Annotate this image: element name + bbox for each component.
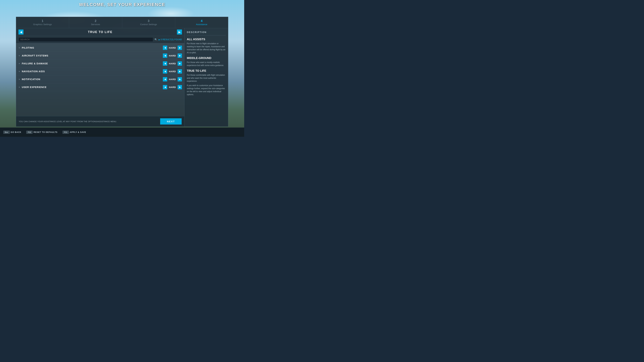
category-row-piloting[interactable]: ▼ PILOTING ◀ HARD ▶	[16, 44, 184, 52]
category-controls-aircraft-systems: ◀ HARD ▶	[163, 53, 182, 58]
category-value-failure-damage: HARD	[168, 62, 176, 65]
left-panel: ◀ TRUE TO LIFE ▶ 🔍 0 RESULT(S) FOUND ▼ P…	[16, 28, 184, 126]
category-value-aircraft-systems: HARD	[168, 54, 176, 57]
category-list: ▼ PILOTING ◀ HARD ▶ ▼ AIRCRAFT SYSTEMS ◀…	[16, 43, 184, 116]
category-prev-piloting[interactable]: ◀	[163, 45, 167, 50]
expand-icon-notification: ▼	[18, 78, 20, 80]
category-next-failure-damage[interactable]: ▶	[178, 61, 182, 66]
esc-key: Esc	[3, 131, 10, 134]
category-prev-user-experience[interactable]: ◀	[163, 85, 167, 89]
step-3-number: 3	[124, 19, 174, 23]
content-area: ◀ TRUE TO LIFE ▶ 🔍 0 RESULT(S) FOUND ▼ P…	[16, 28, 228, 126]
step-1-number: 1	[18, 19, 67, 23]
category-controls-piloting: ◀ HARD ▶	[163, 45, 182, 50]
search-icon: 🔍	[154, 38, 157, 41]
desc-true-to-life-title: TRUE TO LIFE	[187, 69, 226, 72]
category-name-failure-damage: FAILURE & DAMAGE	[22, 62, 163, 65]
reset-defaults-button[interactable]: F12 RESET TO DEFAULTS	[26, 131, 58, 134]
category-next-aircraft-systems[interactable]: ▶	[178, 53, 182, 58]
category-prev-notification[interactable]: ◀	[163, 77, 167, 81]
step-2-number: 2	[71, 19, 120, 23]
desc-all-assists-text: For those new to flight simulation or wa…	[187, 42, 226, 54]
step-control-settings[interactable]: 3 Control Settings	[122, 17, 175, 28]
step-services[interactable]: 2 Services	[69, 17, 122, 28]
step-2-label: Services	[71, 23, 120, 26]
step-graphics-settings[interactable]: 1 Graphics Settings	[16, 17, 69, 28]
search-input[interactable]	[18, 37, 153, 42]
expand-icon-aircraft-systems: ▼	[18, 55, 20, 57]
description-title: DESCRIPTION	[187, 31, 226, 35]
step-assistance[interactable]: 4 Assistance	[175, 17, 228, 28]
category-prev-navigation-aids[interactable]: ◀	[163, 69, 167, 73]
category-controls-notification: ◀ HARD ▶	[163, 77, 182, 81]
category-name-navigation-aids: NAVIGATION AIDS	[22, 70, 163, 73]
page-title: WELCOME, SET YOUR EXPERIENCE	[0, 2, 244, 7]
right-panel-description: DESCRIPTION ALL ASSISTS For those new to…	[184, 28, 228, 126]
step-1-label: Graphics Settings	[18, 23, 67, 26]
step-3-label: Control Settings	[124, 23, 174, 26]
apply-save-label: APPLY & SAVE	[70, 131, 86, 133]
category-prev-failure-damage[interactable]: ◀	[163, 61, 167, 66]
apply-save-button[interactable]: F11 APPLY & SAVE	[62, 131, 86, 134]
expand-icon-navigation-aids: ▼	[18, 70, 20, 72]
category-prev-aircraft-systems[interactable]: ◀	[163, 53, 167, 58]
go-back-label: GO BACK	[11, 131, 22, 133]
step-4-label: Assistance	[177, 23, 226, 26]
mode-header: ◀ TRUE TO LIFE ▶	[16, 28, 184, 36]
desc-customize-text: If you wish to customize your Assistance…	[187, 84, 226, 96]
category-name-aircraft-systems: AIRCRAFT SYSTEMS	[22, 54, 163, 57]
mode-next-button[interactable]: ▶	[177, 29, 182, 34]
category-row-aircraft-systems[interactable]: ▼ AIRCRAFT SYSTEMS ◀ HARD ▶	[16, 52, 184, 60]
expand-icon-user-experience: ▼	[18, 86, 20, 88]
category-name-user-experience: USER EXPERIENCE	[22, 86, 163, 88]
bottom-toolbar: Esc GO BACK F12 RESET TO DEFAULTS F11 AP…	[0, 128, 244, 137]
category-value-user-experience: HARD	[168, 86, 176, 88]
f12-key: F12	[26, 131, 32, 134]
category-name-piloting: PILOTING	[22, 46, 163, 49]
category-row-notification[interactable]: ▼ NOTIFICATION ◀ HARD ▶	[16, 75, 184, 83]
category-controls-failure-damage: ◀ HARD ▶	[163, 61, 182, 66]
search-bar: 🔍 0 RESULT(S) FOUND	[16, 36, 184, 43]
category-row-navigation-aids[interactable]: ▼ NAVIGATION AIDS ◀ HARD ▶	[16, 67, 184, 75]
reset-defaults-label: RESET TO DEFAULTS	[34, 131, 58, 133]
desc-middle-ground-title: MIDDLE-GROUND	[187, 56, 226, 60]
category-row-user-experience[interactable]: ▼ USER EXPERIENCE ◀ HARD ▶	[16, 83, 184, 91]
mode-title: TRUE TO LIFE	[24, 30, 177, 34]
desc-true-to-life-text: For those comfortable with flight simula…	[187, 73, 226, 83]
desc-all-assists-title: ALL ASSISTS	[187, 38, 226, 41]
category-value-piloting: HARD	[168, 46, 176, 49]
f11-key: F11	[62, 131, 69, 134]
go-back-button[interactable]: Esc GO BACK	[3, 131, 21, 134]
category-next-user-experience[interactable]: ▶	[178, 85, 182, 89]
next-button[interactable]: NEXT	[160, 118, 182, 124]
category-controls-user-experience: ◀ HARD ▶	[163, 85, 182, 89]
category-value-navigation-aids: HARD	[168, 70, 176, 73]
category-next-navigation-aids[interactable]: ▶	[178, 69, 182, 73]
main-dialog: 1 Graphics Settings 2 Services 3 Control…	[16, 17, 228, 127]
category-name-notification: NOTIFICATION	[22, 78, 163, 81]
desc-middle-ground-text: For those who want a mostly-realistic ex…	[187, 61, 226, 67]
expand-icon-piloting: ▼	[18, 47, 20, 49]
category-next-piloting[interactable]: ▶	[178, 45, 182, 50]
steps-navigation: 1 Graphics Settings 2 Services 3 Control…	[16, 17, 228, 28]
bottom-notice-bar: YOU CAN CHANGE YOUR ASSISTANCE LEVEL AT …	[16, 116, 184, 126]
search-results: 0 RESULT(S) FOUND	[159, 38, 182, 41]
step-4-number: 4	[177, 19, 226, 23]
category-row-failure-damage[interactable]: ▼ FAILURE & DAMAGE ◀ HARD ▶	[16, 60, 184, 67]
category-next-notification[interactable]: ▶	[178, 77, 182, 81]
mode-prev-button[interactable]: ◀	[18, 29, 24, 34]
category-controls-navigation-aids: ◀ HARD ▶	[163, 69, 182, 73]
category-value-notification: HARD	[168, 78, 176, 81]
notice-text: YOU CAN CHANGE YOUR ASSISTANCE LEVEL AT …	[19, 120, 117, 122]
expand-icon-failure-damage: ▼	[18, 63, 20, 64]
